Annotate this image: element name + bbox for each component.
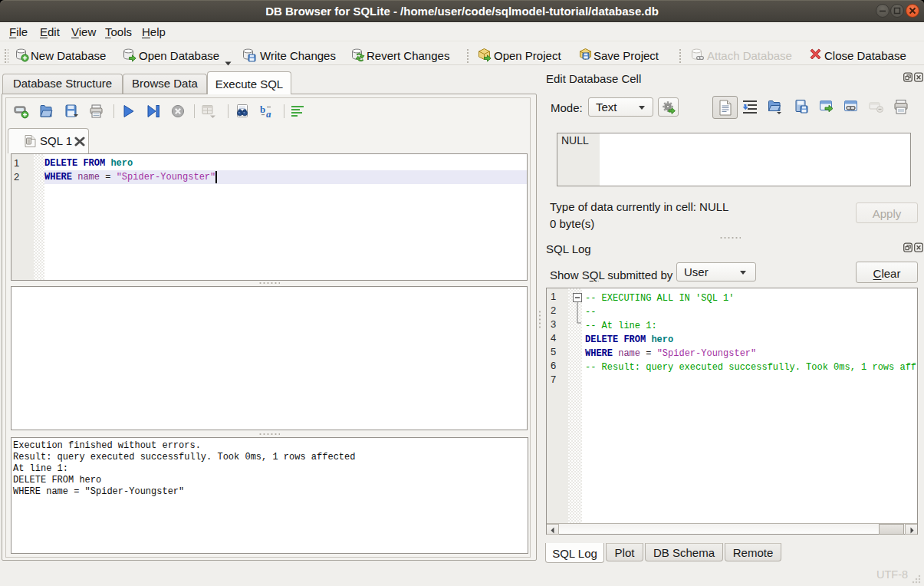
svg-text:a: a (266, 108, 271, 119)
svg-text:b: b (260, 104, 265, 115)
